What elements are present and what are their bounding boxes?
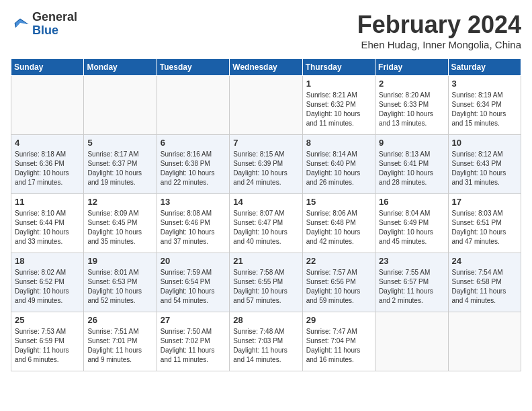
day-info: Sunrise: 7:50 AM Sunset: 7:02 PM Dayligh… [161,327,226,365]
day-info: Sunrise: 7:58 AM Sunset: 6:55 PM Dayligh… [233,268,298,306]
day-number: 28 [233,315,298,325]
day-info: Sunrise: 8:13 AM Sunset: 6:41 PM Dayligh… [379,150,444,187]
weekday-header: Friday [375,59,448,76]
day-number: 12 [87,197,152,207]
day-info: Sunrise: 8:19 AM Sunset: 6:34 PM Dayligh… [452,91,517,128]
calendar-cell: 22Sunrise: 7:57 AM Sunset: 6:56 PM Dayli… [302,253,375,312]
day-number: 15 [306,197,371,207]
day-number: 27 [161,315,226,325]
weekday-header: Monday [84,59,157,76]
day-number: 7 [233,138,298,148]
calendar-week-row: 25Sunrise: 7:53 AM Sunset: 6:59 PM Dayli… [11,312,521,371]
calendar-cell [230,76,302,135]
weekday-header: Sunday [11,59,84,76]
calendar-cell [84,76,157,135]
calendar-cell [157,76,229,135]
day-info: Sunrise: 8:02 AM Sunset: 6:52 PM Dayligh… [15,268,80,306]
day-info: Sunrise: 8:15 AM Sunset: 6:39 PM Dayligh… [233,150,298,187]
calendar-cell: 26Sunrise: 7:51 AM Sunset: 7:01 PM Dayli… [84,312,157,371]
day-number: 21 [233,256,298,266]
calendar-cell: 13Sunrise: 8:08 AM Sunset: 6:46 PM Dayli… [157,194,229,253]
calendar-cell: 18Sunrise: 8:02 AM Sunset: 6:52 PM Dayli… [11,253,84,312]
day-info: Sunrise: 7:59 AM Sunset: 6:54 PM Dayligh… [161,268,226,306]
calendar-cell: 5Sunrise: 8:17 AM Sunset: 6:37 PM Daylig… [84,135,157,194]
day-info: Sunrise: 8:20 AM Sunset: 6:33 PM Dayligh… [379,91,444,128]
calendar-cell: 17Sunrise: 8:03 AM Sunset: 6:51 PM Dayli… [448,194,521,253]
day-number: 17 [452,197,517,207]
day-info: Sunrise: 8:09 AM Sunset: 6:45 PM Dayligh… [87,209,152,246]
title-block: February 2024 Ehen Hudag, Inner Mongolia… [357,11,521,50]
calendar-week-row: 18Sunrise: 8:02 AM Sunset: 6:52 PM Dayli… [11,253,521,312]
day-info: Sunrise: 7:51 AM Sunset: 7:01 PM Dayligh… [87,327,152,365]
calendar-cell: 20Sunrise: 7:59 AM Sunset: 6:54 PM Dayli… [157,253,229,312]
day-number: 5 [87,138,152,148]
calendar-cell: 4Sunrise: 8:18 AM Sunset: 6:36 PM Daylig… [11,135,84,194]
calendar-cell: 2Sunrise: 8:20 AM Sunset: 6:33 PM Daylig… [375,76,448,135]
calendar-week-row: 1Sunrise: 8:21 AM Sunset: 6:32 PM Daylig… [11,76,521,135]
bird-icon [11,15,30,34]
calendar-cell: 16Sunrise: 8:04 AM Sunset: 6:49 PM Dayli… [375,194,448,253]
day-number: 14 [233,197,298,207]
calendar-cell: 21Sunrise: 7:58 AM Sunset: 6:55 PM Dayli… [230,253,302,312]
day-number: 13 [161,197,226,207]
weekday-header: Thursday [302,59,375,76]
day-info: Sunrise: 8:06 AM Sunset: 6:48 PM Dayligh… [306,209,371,246]
weekday-header: Tuesday [157,59,229,76]
logo-general: General [32,10,77,24]
logo-blue: Blue [32,24,58,37]
day-number: 6 [161,138,226,148]
day-info: Sunrise: 8:03 AM Sunset: 6:51 PM Dayligh… [452,209,517,246]
day-number: 8 [306,138,371,148]
day-number: 18 [15,256,80,266]
calendar-cell: 3Sunrise: 8:19 AM Sunset: 6:34 PM Daylig… [448,76,521,135]
calendar-cell: 9Sunrise: 8:13 AM Sunset: 6:41 PM Daylig… [375,135,448,194]
calendar-cell: 8Sunrise: 8:14 AM Sunset: 6:40 PM Daylig… [302,135,375,194]
calendar-cell: 15Sunrise: 8:06 AM Sunset: 6:48 PM Dayli… [302,194,375,253]
day-number: 25 [15,315,80,325]
day-number: 10 [452,138,517,148]
day-number: 9 [379,138,444,148]
day-info: Sunrise: 7:53 AM Sunset: 6:59 PM Dayligh… [15,327,80,365]
day-number: 2 [379,79,444,89]
day-info: Sunrise: 8:21 AM Sunset: 6:32 PM Dayligh… [306,91,371,128]
calendar-cell: 1Sunrise: 8:21 AM Sunset: 6:32 PM Daylig… [302,76,375,135]
day-info: Sunrise: 7:48 AM Sunset: 7:03 PM Dayligh… [233,327,298,365]
calendar-cell: 24Sunrise: 7:54 AM Sunset: 6:58 PM Dayli… [448,253,521,312]
calendar-week-row: 4Sunrise: 8:18 AM Sunset: 6:36 PM Daylig… [11,135,521,194]
day-number: 23 [379,256,444,266]
day-number: 19 [87,256,152,266]
day-number: 22 [306,256,371,266]
calendar-cell: 12Sunrise: 8:09 AM Sunset: 6:45 PM Dayli… [84,194,157,253]
calendar-cell: 6Sunrise: 8:16 AM Sunset: 6:38 PM Daylig… [157,135,229,194]
calendar-cell: 28Sunrise: 7:48 AM Sunset: 7:03 PM Dayli… [230,312,302,371]
day-number: 26 [87,315,152,325]
calendar-cell [375,312,448,371]
day-info: Sunrise: 8:17 AM Sunset: 6:37 PM Dayligh… [87,150,152,187]
calendar-cell: 27Sunrise: 7:50 AM Sunset: 7:02 PM Dayli… [157,312,229,371]
calendar-cell: 29Sunrise: 7:47 AM Sunset: 7:04 PM Dayli… [302,312,375,371]
calendar-cell: 23Sunrise: 7:55 AM Sunset: 6:57 PM Dayli… [375,253,448,312]
day-number: 16 [379,197,444,207]
day-info: Sunrise: 8:08 AM Sunset: 6:46 PM Dayligh… [161,209,226,246]
day-info: Sunrise: 7:54 AM Sunset: 6:58 PM Dayligh… [452,268,517,306]
calendar-cell: 10Sunrise: 8:12 AM Sunset: 6:43 PM Dayli… [448,135,521,194]
location-subtitle: Ehen Hudag, Inner Mongolia, China [357,39,521,50]
day-info: Sunrise: 8:18 AM Sunset: 6:36 PM Dayligh… [15,150,80,187]
day-info: Sunrise: 8:01 AM Sunset: 6:53 PM Dayligh… [87,268,152,306]
day-info: Sunrise: 7:47 AM Sunset: 7:04 PM Dayligh… [306,327,371,365]
calendar-cell [11,76,84,135]
page-header: General Blue February 2024 Ehen Hudag, I… [11,11,521,50]
day-number: 24 [452,256,517,266]
calendar-cell: 14Sunrise: 8:07 AM Sunset: 6:47 PM Dayli… [230,194,302,253]
calendar-cell: 19Sunrise: 8:01 AM Sunset: 6:53 PM Dayli… [84,253,157,312]
calendar-table: SundayMondayTuesdayWednesdayThursdayFrid… [11,58,521,371]
calendar-cell: 7Sunrise: 8:15 AM Sunset: 6:39 PM Daylig… [230,135,302,194]
calendar-cell: 11Sunrise: 8:10 AM Sunset: 6:44 PM Dayli… [11,194,84,253]
calendar-week-row: 11Sunrise: 8:10 AM Sunset: 6:44 PM Dayli… [11,194,521,253]
logo: General Blue [11,11,77,38]
day-info: Sunrise: 8:12 AM Sunset: 6:43 PM Dayligh… [452,150,517,187]
day-number: 3 [452,79,517,89]
day-info: Sunrise: 8:10 AM Sunset: 6:44 PM Dayligh… [15,209,80,246]
day-number: 1 [306,79,371,89]
calendar-cell [448,312,521,371]
